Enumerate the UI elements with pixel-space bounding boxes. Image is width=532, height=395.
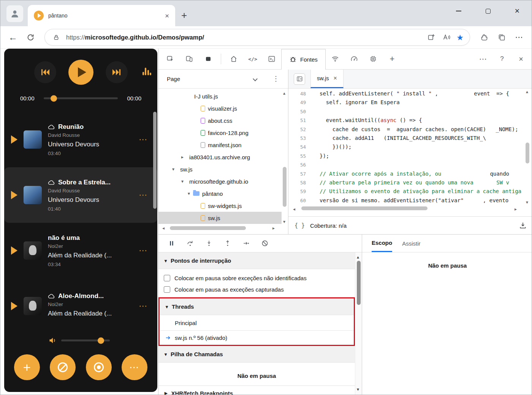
extensions-icon[interactable] — [478, 33, 490, 41]
clear-playlist-button[interactable] — [50, 354, 76, 380]
breakpoint-option-row[interactable]: Colocar em pausa as exceções capturadas — [158, 284, 355, 295]
close-window-button[interactable]: × — [511, 7, 523, 15]
navigator-menu-icon[interactable]: ⋮ — [272, 75, 279, 83]
file-tree-row[interactable]: ▾ sw.js — [158, 163, 282, 175]
file-tree-row[interactable]: ▾ pântano — [158, 187, 282, 200]
song-row[interactable]: Reunião David Rousse Universo Devours 03… — [4, 112, 157, 167]
tree-expand-arrow[interactable]: ▾ — [171, 167, 176, 172]
more-tools-button[interactable]: + — [383, 51, 402, 67]
step-over-icon[interactable] — [181, 236, 200, 251]
back-button[interactable]: ← — [7, 33, 19, 42]
previous-track-button[interactable] — [34, 61, 56, 83]
line-number[interactable]: 53 — [288, 134, 312, 143]
song-play-button[interactable] — [11, 191, 17, 199]
file-tree-row[interactable]: sw-widgets.js — [158, 200, 282, 212]
checkbox[interactable] — [164, 286, 170, 293]
tree-expand-arrow[interactable]: ▾ — [180, 179, 185, 184]
file-tree-row[interactable]: favicon-128.png — [158, 127, 282, 139]
progress-handle[interactable] — [51, 95, 57, 102]
tab-fontes[interactable]: Fontes — [281, 49, 326, 70]
deactivate-breakpoints-icon[interactable] — [255, 236, 274, 251]
callstack-section-header[interactable]: ▾ Pilha de Chamadas — [158, 346, 355, 363]
song-play-button[interactable] — [11, 302, 17, 310]
line-number[interactable]: 55 — [288, 152, 312, 160]
editor-horizontal-scrollbar[interactable]: ◂ ▸ — [288, 206, 522, 213]
record-button[interactable] — [86, 354, 112, 380]
line-number[interactable]: 51 — [288, 116, 312, 125]
split-screen-icon[interactable] — [426, 33, 437, 41]
line-number[interactable]: 48 — [288, 89, 312, 98]
devtools-close-button[interactable]: × — [511, 51, 530, 67]
file-tree-row[interactable]: I-J utils.js — [158, 90, 282, 102]
editor-tab-close-icon[interactable]: × — [333, 75, 337, 81]
maximize-button[interactable] — [482, 9, 494, 14]
tab-escopo[interactable]: Escopo — [372, 235, 392, 252]
song-row[interactable]: Sobre a Estrela... David Rousse Universo… — [4, 167, 157, 223]
xhr-breakpoints-section[interactable]: ▸ XHR/fetch Breakpoints — [158, 385, 355, 395]
favorite-star-icon[interactable]: ★ — [456, 33, 464, 41]
volume-track[interactable] — [61, 339, 110, 341]
add-songs-button[interactable]: + — [14, 354, 40, 380]
breakpoints-section-header[interactable]: ▾ Pontos de interrupção — [158, 252, 355, 269]
song-play-button[interactable] — [11, 246, 17, 255]
tree-expand-arrow[interactable]: ▸ — [180, 154, 185, 160]
refresh-button[interactable] — [25, 33, 36, 41]
debugger-vertical-scrollbar[interactable]: ▴ ▾ — [355, 252, 362, 395]
file-tree-row[interactable]: manifest.json — [158, 139, 282, 151]
song-play-button[interactable] — [11, 135, 17, 144]
progress-track[interactable] — [44, 97, 118, 99]
song-menu-button[interactable]: ⋯ — [139, 301, 147, 311]
devtools-menu-button[interactable]: ⋯ — [473, 51, 492, 67]
welcome-tab-icon[interactable] — [224, 51, 243, 67]
chevron-down-icon[interactable] — [253, 76, 258, 81]
tab-assistir[interactable]: Assistir — [402, 235, 420, 252]
file-tree-row[interactable]: ▾ microsoftedge.github.io — [158, 175, 282, 187]
threads-section-header[interactable]: ▾ Threads — [160, 298, 354, 315]
read-aloud-icon[interactable] — [441, 33, 452, 41]
pause-script-icon[interactable] — [162, 236, 181, 251]
player-more-button[interactable]: ⋯ — [122, 354, 147, 380]
file-tree-row[interactable]: ▸ ia803401.us.archive.org — [158, 151, 282, 163]
volume-handle[interactable] — [98, 337, 104, 344]
line-number[interactable]: 58 — [288, 178, 312, 187]
step-out-icon[interactable] — [218, 236, 237, 251]
console-tab-icon[interactable] — [262, 51, 281, 67]
thread-row[interactable]: Principal — [160, 315, 354, 330]
song-menu-button[interactable]: ⋯ — [139, 246, 147, 255]
navigator-horizontal-scrollbar[interactable]: ◂ ▸ — [158, 225, 282, 231]
devtools-help-button[interactable]: ? — [492, 51, 511, 67]
elements-tab-icon[interactable]: </> — [243, 51, 262, 67]
new-tab-button[interactable]: + — [181, 10, 187, 20]
line-number[interactable]: 49 — [288, 98, 312, 107]
song-menu-button[interactable]: ⋯ — [139, 190, 147, 200]
breakpoint-option-row[interactable]: Colocar em pausa sobre exceções não iden… — [158, 272, 355, 284]
tree-expand-arrow[interactable]: ▾ — [186, 191, 192, 196]
url-text[interactable]: https://microsoftedge.github.io/Demos/pw… — [66, 34, 421, 41]
navigator-page-tab[interactable]: Page — [167, 76, 180, 82]
song-menu-button[interactable]: ⋯ — [139, 135, 147, 144]
code-editor[interactable]: 48 self. addEventListener( " install " ,… — [288, 89, 522, 205]
playlist-scrollbar[interactable] — [153, 112, 157, 256]
address-bar[interactable]: https://microsoftedge.github.io/Demos/pw… — [44, 29, 470, 46]
visualizer-icon[interactable] — [142, 67, 152, 75]
device-emulation-icon[interactable] — [180, 51, 199, 67]
file-tree-row[interactable]: sw.js — [158, 212, 282, 224]
song-row[interactable]: Aloe-Almond... Noi2er Além da Realidade … — [4, 278, 157, 334]
line-number[interactable]: 50 — [288, 107, 312, 116]
line-number[interactable]: 52 — [288, 125, 312, 134]
editor-tab-swjs[interactable]: sw.js × — [310, 70, 344, 88]
tab-close-icon[interactable]: × — [165, 12, 169, 19]
network-tab-icon[interactable] — [326, 51, 345, 67]
play-button[interactable] — [68, 60, 93, 85]
editor-vertical-scrollbar[interactable]: ▴ ▾ — [524, 89, 530, 205]
browser-menu-button[interactable]: ⋯ — [513, 33, 525, 42]
file-tree-row[interactable]: visualizer.js — [158, 102, 282, 114]
next-track-button[interactable] — [106, 61, 128, 83]
collapse-navigator-icon[interactable] — [294, 73, 305, 85]
minimize-button[interactable] — [453, 11, 465, 11]
step-icon[interactable] — [237, 236, 255, 251]
thread-row[interactable]: sw.js n.º 56 (ativado) — [160, 330, 354, 345]
profile-avatar[interactable] — [6, 5, 23, 22]
navigator-vertical-scrollbar[interactable]: ▴ ▾ — [282, 91, 287, 224]
line-number[interactable]: 59 — [288, 187, 312, 196]
